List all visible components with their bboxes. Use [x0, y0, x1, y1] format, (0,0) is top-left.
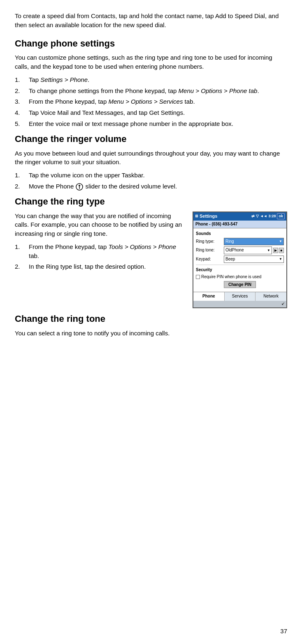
ringer-volume-steps: 1. Tap the volume icon on the upper Task… [15, 171, 287, 191]
step-num: 2. [15, 262, 29, 271]
ring-tone-value: OldPhone [225, 247, 244, 253]
list-item: 5. Enter the voice mail or text message … [15, 119, 287, 128]
phone-body: Sounds Ring type: Ring ▼ Ring tone: OldP… [193, 228, 286, 291]
tab-phone[interactable]: Phone [193, 292, 225, 301]
phone-screenshot-container: ⊞ Settings ⇄ ▽ ◄◄ 3:28 ok Phone - (036) … [193, 212, 287, 308]
titlebar-title: Settings [200, 213, 217, 220]
list-item: 4. Tap Voice Mail and Text Messages, and… [15, 108, 287, 117]
svg-marker-2 [78, 185, 81, 186]
phone-bottom-bar: ↙ [193, 301, 286, 307]
list-item: 3. From the Phone keypad, tap Menu > Opt… [15, 97, 287, 106]
list-item: 1. From the Phone keypad, tap Tools > Op… [15, 242, 185, 260]
step-num: 4. [15, 108, 29, 117]
tab-services[interactable]: Services [225, 292, 256, 301]
phone-settings-steps: 1. Tap Settings > Phone. 2. To change ph… [15, 75, 287, 128]
ring-type-value: Ring [225, 239, 234, 245]
intro-paragraph: To create a speed dial from Contacts, ta… [15, 12, 287, 30]
page-number: 37 [280, 627, 287, 636]
section-body-ringer-volume: As you move between loud and quiet surro… [15, 149, 287, 167]
step-num: 1. [15, 75, 29, 84]
stop-button[interactable]: ■ [279, 248, 284, 253]
ok-button[interactable]: ok [277, 213, 285, 219]
phone-volume-icon [75, 183, 84, 191]
volume-icon: ◄◄ [260, 214, 267, 219]
step-content: Tap the volume icon on the upper Taskbar… [29, 171, 287, 180]
list-item: 1. Tap Settings > Phone. [15, 75, 287, 84]
signal-icon: ⇄ [251, 214, 255, 219]
ring-tone-label: Ring tone: [196, 247, 224, 253]
ring-type-body: You can change the way that you are noti… [15, 212, 185, 238]
ring-type-text: You can change the way that you are noti… [15, 212, 185, 308]
windows-icon: ⊞ [195, 214, 198, 219]
ring-type-steps: 1. From the Phone keypad, tap Tools > Op… [15, 242, 185, 271]
keypad-dropdown[interactable]: Beep ▼ [224, 256, 284, 263]
step-num: 1. [15, 171, 29, 180]
keypad-value: Beep [225, 256, 235, 263]
pin-checkbox-row: Require PIN when phone is used [196, 274, 284, 280]
section-body-phone-settings: You can customize phone settings, such a… [15, 53, 287, 71]
step-content: Enter the voice mail or text message pho… [29, 119, 287, 128]
media-buttons: ▶ ■ [273, 248, 284, 253]
ring-tone-row: Ring tone: OldPhone ▼ ▶ ■ [196, 246, 284, 254]
step-content: From the Phone keypad, tap Menu > Option… [29, 97, 287, 106]
list-item: 2. To change phone settings from the Pho… [15, 86, 287, 95]
phone-tabbar: Phone Services Network [193, 292, 286, 301]
phone-titlebar: ⊞ Settings ⇄ ▽ ◄◄ 3:28 ok [193, 212, 286, 221]
section-body-ring-tone: You can select a ring tone to notify you… [15, 329, 287, 338]
step-content: Tap Settings > Phone. [29, 75, 287, 84]
step-content: In the Ring type list, tap the desired o… [29, 262, 185, 271]
keypad-row: Keypad: Beep ▼ [196, 256, 284, 263]
step-content: To change phone settings from the Phone … [29, 86, 287, 95]
tab-network[interactable]: Network [256, 292, 286, 301]
ring-type-row: Ring type: Ring ▼ [196, 238, 284, 246]
section-heading-ring-tone: Change the ring tone [15, 312, 287, 325]
time-display: 3:28 [268, 214, 276, 219]
step-num: 2. [15, 86, 29, 95]
step-num: 5. [15, 119, 29, 128]
pin-checkbox[interactable] [196, 275, 200, 279]
step-content: From the Phone keypad, tap Tools > Optio… [29, 242, 185, 260]
ring-type-section: You can change the way that you are noti… [15, 212, 287, 308]
list-item: 2. Move the Phone slider to the desired … [15, 182, 287, 191]
change-pin-button[interactable]: Change PIN [224, 281, 256, 288]
phone-screenshot: ⊞ Settings ⇄ ▽ ◄◄ 3:28 ok Phone - (036) … [193, 212, 287, 308]
step-content: Move the Phone slider to the desired vol… [29, 182, 287, 191]
wifi-icon: ▽ [256, 214, 259, 219]
step-content: Tap Voice Mail and Text Messages, and ta… [29, 108, 287, 117]
titlebar-left: ⊞ Settings [195, 213, 217, 220]
section-heading-ringer-volume: Change the ringer volume [15, 133, 287, 146]
dropdown-arrow-icon: ▼ [279, 257, 282, 262]
list-item: 1. Tap the volume icon on the upper Task… [15, 171, 287, 180]
play-button[interactable]: ▶ [273, 248, 278, 253]
list-item: 2. In the Ring type list, tap the desire… [15, 262, 185, 271]
section-heading-ring-type: Change the ring type [15, 195, 287, 208]
scroll-icon: ↙ [281, 301, 285, 307]
pin-checkbox-label: Require PIN when phone is used [201, 274, 261, 280]
ring-type-label: Ring type: [196, 239, 224, 245]
step-num: 3. [15, 97, 29, 106]
sounds-section-label: Sounds [196, 231, 284, 237]
phone-subtitle: Phone - (036) 493-547 [193, 221, 286, 229]
step-num: 2. [15, 182, 29, 191]
step-num: 1. [15, 242, 29, 260]
dropdown-arrow-icon: ▼ [279, 239, 282, 244]
keypad-label: Keypad: [196, 256, 224, 263]
dropdown-arrow-icon: ▼ [267, 248, 270, 253]
ring-tone-dropdown[interactable]: OldPhone ▼ [224, 246, 272, 254]
titlebar-right: ⇄ ▽ ◄◄ 3:28 ok [251, 213, 285, 219]
section-heading-phone-settings: Change phone settings [15, 37, 287, 50]
ring-type-dropdown[interactable]: Ring ▼ [224, 238, 284, 246]
security-label: Security [196, 267, 284, 273]
security-section: Security Require PIN when phone is used … [196, 265, 284, 288]
